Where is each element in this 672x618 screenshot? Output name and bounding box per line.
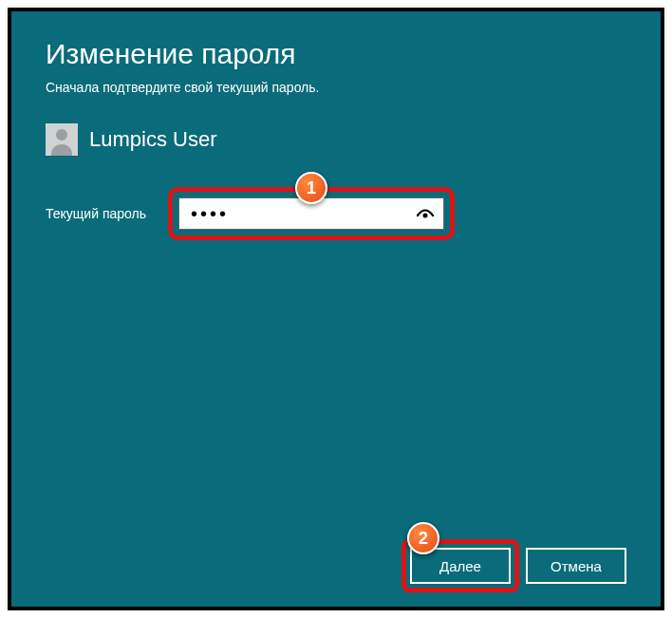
cancel-button-wrap: Отмена [526,548,626,584]
page-subtitle: Сначала подтвердите свой текущий пароль. [46,80,626,95]
cancel-button[interactable]: Отмена [526,548,626,584]
button-row: 2 Далее Отмена [410,548,626,584]
user-avatar-icon [46,123,78,156]
password-input-wrap: 1 [178,197,444,230]
current-password-row: Текущий пароль 1 [46,197,626,230]
current-password-label: Текущий пароль [46,206,178,221]
username-label: Lumpics User [89,127,216,152]
reveal-password-icon[interactable] [416,204,435,223]
page-title: Изменение пароля [46,38,626,70]
user-row: Lumpics User [46,123,626,156]
svg-point-0 [423,214,428,218]
change-password-window: Изменение пароля Сначала подтвердите сво… [8,8,664,610]
callout-badge-1: 1 [295,172,327,204]
next-button-wrap: 2 Далее [410,548,511,584]
callout-badge-2: 2 [407,522,439,554]
